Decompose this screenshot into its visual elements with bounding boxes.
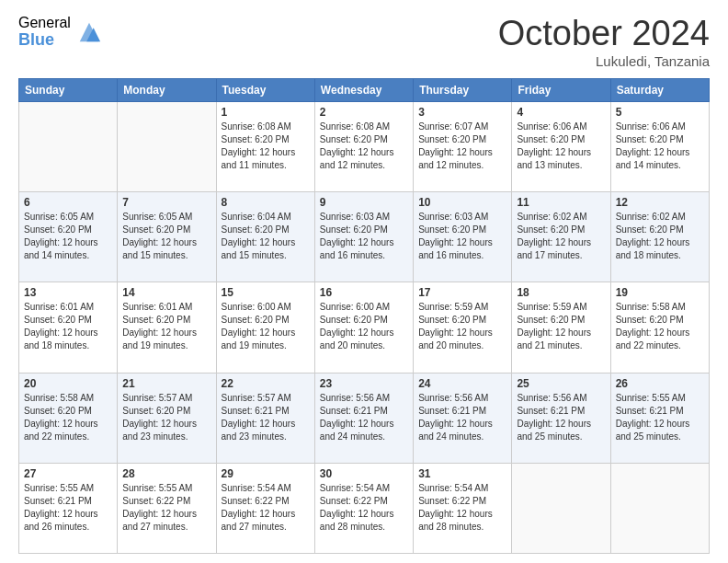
day-info: Sunrise: 5:58 AMSunset: 6:20 PMDaylight:… (24, 392, 112, 443)
day-number: 4 (517, 106, 605, 119)
table-row (118, 101, 216, 191)
calendar-week-row: 20Sunrise: 5:58 AMSunset: 6:20 PMDayligh… (19, 373, 710, 463)
day-info: Sunrise: 5:55 AMSunset: 6:22 PMDaylight:… (122, 482, 210, 534)
day-info: Sunrise: 5:56 AMSunset: 6:21 PMDaylight:… (418, 392, 506, 443)
table-row: 11Sunrise: 6:02 AMSunset: 6:20 PMDayligh… (512, 192, 610, 282)
table-row: 10Sunrise: 6:03 AMSunset: 6:20 PMDayligh… (414, 192, 512, 282)
day-number: 30 (320, 467, 408, 480)
location-subtitle: Lukuledi, Tanzania (498, 53, 710, 69)
day-info: Sunrise: 6:08 AMSunset: 6:20 PMDaylight:… (320, 121, 408, 172)
month-title: October 2024 (498, 15, 710, 53)
day-info: Sunrise: 6:01 AMSunset: 6:20 PMDaylight:… (24, 301, 112, 352)
day-number: 15 (222, 286, 310, 299)
day-info: Sunrise: 6:06 AMSunset: 6:20 PMDaylight:… (517, 121, 605, 172)
table-row: 18Sunrise: 5:59 AMSunset: 6:20 PMDayligh… (512, 282, 610, 373)
day-info: Sunrise: 6:08 AMSunset: 6:20 PMDaylight:… (222, 121, 310, 172)
calendar-header-row: Sunday Monday Tuesday Wednesday Thursday… (19, 78, 710, 101)
day-number: 28 (122, 467, 210, 480)
day-number: 23 (320, 377, 408, 390)
table-row: 24Sunrise: 5:56 AMSunset: 6:21 PMDayligh… (414, 373, 512, 463)
day-number: 26 (616, 377, 704, 390)
th-sunday: Sunday (19, 78, 118, 101)
day-number: 25 (517, 377, 605, 390)
day-number: 22 (222, 377, 310, 390)
logo-blue: Blue (18, 31, 71, 50)
day-info: Sunrise: 6:00 AMSunset: 6:20 PMDaylight:… (222, 301, 310, 352)
table-row: 9Sunrise: 6:03 AMSunset: 6:20 PMDaylight… (314, 192, 413, 282)
day-info: Sunrise: 5:54 AMSunset: 6:22 PMDaylight:… (418, 482, 506, 534)
table-row: 26Sunrise: 5:55 AMSunset: 6:21 PMDayligh… (610, 373, 709, 463)
calendar-week-row: 27Sunrise: 5:55 AMSunset: 6:21 PMDayligh… (19, 463, 710, 553)
day-info: Sunrise: 5:56 AMSunset: 6:21 PMDaylight:… (320, 392, 408, 443)
calendar-week-row: 1Sunrise: 6:08 AMSunset: 6:20 PMDaylight… (19, 101, 710, 191)
day-info: Sunrise: 6:04 AMSunset: 6:20 PMDaylight:… (222, 211, 310, 262)
th-friday: Friday (512, 78, 610, 101)
day-info: Sunrise: 5:58 AMSunset: 6:20 PMDaylight:… (616, 301, 704, 352)
day-number: 16 (320, 286, 408, 299)
day-info: Sunrise: 5:59 AMSunset: 6:20 PMDaylight:… (418, 301, 506, 352)
table-row: 29Sunrise: 5:54 AMSunset: 6:22 PMDayligh… (216, 463, 314, 553)
day-info: Sunrise: 6:06 AMSunset: 6:20 PMDaylight:… (616, 121, 704, 172)
day-info: Sunrise: 6:02 AMSunset: 6:20 PMDaylight:… (616, 211, 704, 262)
day-info: Sunrise: 6:02 AMSunset: 6:20 PMDaylight:… (517, 211, 605, 262)
day-number: 19 (616, 286, 704, 299)
table-row: 5Sunrise: 6:06 AMSunset: 6:20 PMDaylight… (610, 101, 709, 191)
day-info: Sunrise: 5:54 AMSunset: 6:22 PMDaylight:… (320, 482, 408, 534)
table-row: 17Sunrise: 5:59 AMSunset: 6:20 PMDayligh… (414, 282, 512, 373)
day-info: Sunrise: 5:55 AMSunset: 6:21 PMDaylight:… (24, 482, 112, 534)
day-info: Sunrise: 6:03 AMSunset: 6:20 PMDaylight:… (320, 211, 408, 262)
day-number: 24 (418, 377, 506, 390)
table-row: 27Sunrise: 5:55 AMSunset: 6:21 PMDayligh… (19, 463, 118, 553)
logo-text: General Blue (18, 15, 71, 49)
day-number: 21 (122, 377, 210, 390)
day-info: Sunrise: 6:00 AMSunset: 6:20 PMDaylight:… (320, 301, 408, 352)
table-row (19, 101, 118, 191)
day-number: 27 (24, 467, 112, 480)
title-area: October 2024 Lukuledi, Tanzania (498, 15, 710, 69)
th-monday: Monday (118, 78, 216, 101)
table-row: 31Sunrise: 5:54 AMSunset: 6:22 PMDayligh… (414, 463, 512, 553)
table-row: 8Sunrise: 6:04 AMSunset: 6:20 PMDaylight… (216, 192, 314, 282)
day-number: 5 (616, 106, 704, 119)
day-info: Sunrise: 5:57 AMSunset: 6:20 PMDaylight:… (122, 392, 210, 443)
day-number: 18 (517, 286, 605, 299)
calendar-week-row: 6Sunrise: 6:05 AMSunset: 6:20 PMDaylight… (19, 192, 710, 282)
table-row: 6Sunrise: 6:05 AMSunset: 6:20 PMDaylight… (19, 192, 118, 282)
day-number: 13 (24, 286, 112, 299)
table-row: 3Sunrise: 6:07 AMSunset: 6:20 PMDaylight… (414, 101, 512, 191)
logo-general: General (18, 15, 71, 31)
day-number: 3 (418, 106, 506, 119)
day-number: 12 (616, 196, 704, 209)
day-info: Sunrise: 5:59 AMSunset: 6:20 PMDaylight:… (517, 301, 605, 352)
table-row: 30Sunrise: 5:54 AMSunset: 6:22 PMDayligh… (314, 463, 413, 553)
day-number: 9 (320, 196, 408, 209)
logo-icon (76, 19, 102, 45)
day-number: 7 (122, 196, 210, 209)
table-row: 16Sunrise: 6:00 AMSunset: 6:20 PMDayligh… (314, 282, 413, 373)
day-number: 29 (222, 467, 310, 480)
table-row: 19Sunrise: 5:58 AMSunset: 6:20 PMDayligh… (610, 282, 709, 373)
table-row: 12Sunrise: 6:02 AMSunset: 6:20 PMDayligh… (610, 192, 709, 282)
header: General Blue October 2024 Lukuledi, Tanz… (18, 15, 710, 69)
day-info: Sunrise: 5:55 AMSunset: 6:21 PMDaylight:… (616, 392, 704, 443)
table-row: 22Sunrise: 5:57 AMSunset: 6:21 PMDayligh… (216, 373, 314, 463)
page: General Blue October 2024 Lukuledi, Tanz… (0, 0, 728, 563)
th-saturday: Saturday (610, 78, 709, 101)
day-info: Sunrise: 6:05 AMSunset: 6:20 PMDaylight:… (122, 211, 210, 262)
day-number: 14 (122, 286, 210, 299)
logo: General Blue (18, 15, 102, 49)
day-info: Sunrise: 6:01 AMSunset: 6:20 PMDaylight:… (122, 301, 210, 352)
table-row (610, 463, 709, 553)
th-tuesday: Tuesday (216, 78, 314, 101)
day-number: 8 (222, 196, 310, 209)
table-row: 2Sunrise: 6:08 AMSunset: 6:20 PMDaylight… (314, 101, 413, 191)
day-number: 20 (24, 377, 112, 390)
day-number: 2 (320, 106, 408, 119)
day-number: 17 (418, 286, 506, 299)
table-row: 23Sunrise: 5:56 AMSunset: 6:21 PMDayligh… (314, 373, 413, 463)
th-thursday: Thursday (414, 78, 512, 101)
th-wednesday: Wednesday (314, 78, 413, 101)
table-row: 15Sunrise: 6:00 AMSunset: 6:20 PMDayligh… (216, 282, 314, 373)
table-row: 21Sunrise: 5:57 AMSunset: 6:20 PMDayligh… (118, 373, 216, 463)
day-number: 31 (418, 467, 506, 480)
